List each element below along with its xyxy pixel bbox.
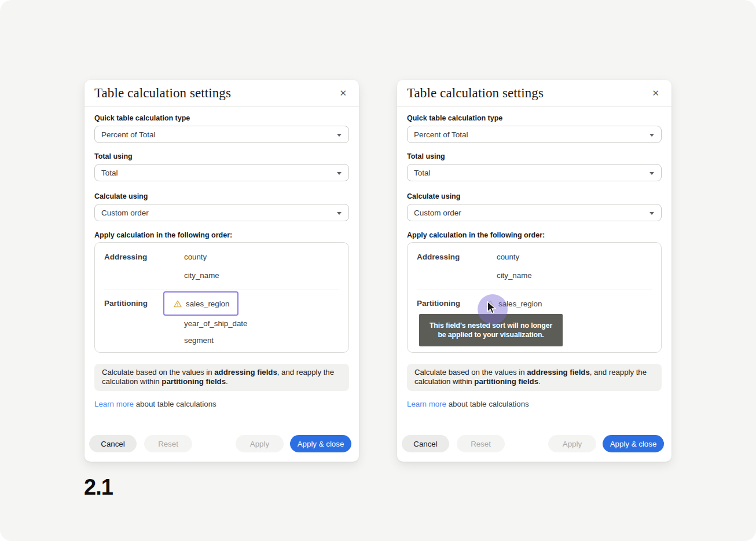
quick-calc-type-value: Percent of Total — [414, 130, 468, 139]
figure-canvas: Table calculation settings ✕ Quick table… — [0, 0, 756, 541]
reset-button[interactable]: Reset — [457, 435, 505, 452]
field-item-city-name[interactable]: city_name — [184, 271, 339, 280]
learn-more-link[interactable]: Learn more — [94, 400, 134, 408]
chevron-down-icon — [337, 134, 342, 137]
field-item-year-of-ship-date[interactable]: year_of_ship_date — [184, 319, 339, 328]
total-using-value: Total — [414, 169, 431, 177]
field-item-county[interactable]: county — [184, 253, 339, 262]
apply-and-close-button[interactable]: Apply & close — [290, 435, 351, 452]
dialog-title: Table calculation settings — [407, 86, 544, 101]
dialog-header: Table calculation settings ✕ — [397, 80, 671, 107]
apply-button[interactable]: Apply — [548, 435, 596, 452]
calculate-using-value: Custom order — [101, 209, 149, 217]
chevron-down-icon — [649, 212, 654, 215]
total-using-label: Total using — [94, 152, 349, 161]
total-using-select[interactable]: Total — [94, 164, 349, 181]
learn-more-rest: about table calculations — [446, 400, 529, 408]
addressing-row: Addressing county city_name — [104, 253, 339, 280]
apply-button[interactable]: Apply — [236, 435, 284, 452]
cancel-button[interactable]: Cancel — [402, 435, 449, 452]
warning-icon — [174, 300, 182, 308]
apply-and-close-button[interactable]: Apply & close — [603, 435, 664, 452]
mouse-cursor-icon — [487, 301, 496, 315]
order-section-label: Apply calculation in the following order… — [94, 231, 349, 240]
chevron-down-icon — [649, 134, 654, 137]
quick-calc-type-label: Quick table calculation type — [94, 114, 349, 123]
total-using-value: Total — [101, 169, 118, 177]
chevron-down-icon — [649, 172, 654, 175]
close-icon[interactable]: ✕ — [649, 86, 662, 100]
dialog-body: Quick table calculation type Percent of … — [397, 114, 671, 452]
calculation-order-box: Addressing county city_name Partitioning — [94, 242, 349, 353]
tooltip-line: be applied to your visualization. — [419, 330, 563, 339]
chevron-down-icon — [337, 212, 342, 215]
order-section-label: Apply calculation in the following order… — [407, 231, 662, 240]
field-item-county[interactable]: county — [497, 253, 652, 262]
addressing-label: Addressing — [104, 253, 184, 280]
table-calculation-settings-dialog: Table calculation settings ✕ Quick table… — [85, 80, 359, 462]
dialog-body: Quick table calculation type Percent of … — [85, 114, 359, 452]
reset-button[interactable]: Reset — [144, 435, 192, 452]
table-calculation-settings-dialog-hover-state: Table calculation settings ✕ Quick table… — [397, 80, 671, 462]
calculate-using-select[interactable]: Custom order — [94, 204, 349, 221]
quick-calc-type-select[interactable]: Percent of Total — [407, 126, 662, 143]
learn-more-line: Learn more about table calculations — [407, 400, 662, 409]
dialog-footer: Cancel Reset Apply Apply & close — [89, 435, 351, 452]
field-item-sales-region[interactable]: sales_region — [163, 291, 238, 316]
close-icon[interactable]: ✕ — [337, 86, 349, 100]
field-item-label: sales_region — [186, 299, 229, 308]
quick-calc-type-value: Percent of Total — [101, 130, 156, 139]
figure-number-label: 2.1 — [84, 475, 113, 500]
total-using-select[interactable]: Total — [407, 164, 662, 181]
field-item-segment[interactable]: segment — [184, 336, 339, 345]
total-using-label: Total using — [407, 152, 662, 161]
dialog-footer: Cancel Reset Apply Apply & close — [402, 435, 664, 452]
addressing-label: Addressing — [417, 253, 497, 280]
field-item-city-name[interactable]: city_name — [497, 271, 652, 280]
partitioning-row: Partitioning sales_region year_of_ship_d… — [104, 290, 339, 345]
dialog-title: Table calculation settings — [94, 86, 231, 101]
learn-more-rest: about table calculations — [134, 400, 216, 408]
calculate-using-value: Custom order — [414, 209, 461, 217]
dialog-header: Table calculation settings ✕ — [85, 80, 359, 107]
calculate-using-select[interactable]: Custom order — [407, 204, 662, 221]
calculate-using-label: Calculate using — [407, 192, 662, 201]
cancel-button[interactable]: Cancel — [89, 435, 137, 452]
learn-more-link[interactable]: Learn more — [407, 400, 446, 408]
addressing-row: Addressing county city_name — [417, 253, 652, 280]
learn-more-line: Learn more about table calculations — [94, 400, 349, 409]
quick-calc-type-label: Quick table calculation type — [407, 114, 662, 123]
calculate-using-label: Calculate using — [94, 192, 349, 201]
calculation-info-text: Calculate based on the values in address… — [94, 364, 349, 391]
quick-calc-type-select[interactable]: Percent of Total — [94, 126, 349, 143]
calculation-info-text: Calculate based on the values in address… — [407, 364, 662, 391]
chevron-down-icon — [337, 172, 342, 175]
